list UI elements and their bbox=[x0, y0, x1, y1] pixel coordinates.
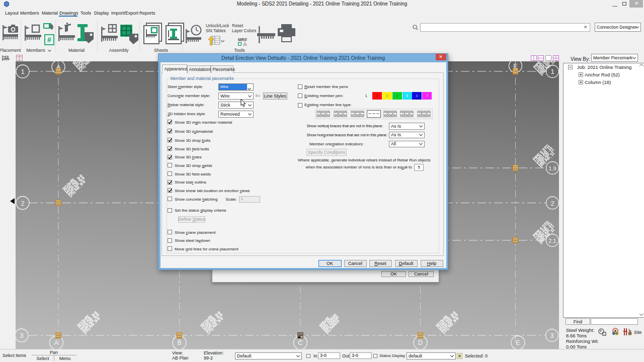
svg-text:C: C bbox=[298, 339, 302, 346]
svg-text:1: 1 bbox=[21, 68, 24, 75]
svg-text:D: D bbox=[418, 339, 423, 346]
svg-text:1: 1 bbox=[550, 68, 554, 75]
svg-text:2: 2 bbox=[21, 200, 24, 207]
svg-text:E: E bbox=[516, 339, 520, 346]
svg-text:2.1: 2.1 bbox=[548, 238, 556, 244]
svg-text:1.9: 1.9 bbox=[548, 165, 556, 171]
svg-text:3: 3 bbox=[550, 332, 553, 339]
svg-text:#: # bbox=[47, 36, 51, 44]
svg-text:3: 3 bbox=[20, 332, 23, 339]
svg-text:2: 2 bbox=[550, 200, 554, 207]
svg-text:A: A bbox=[54, 339, 59, 346]
svg-text:B: B bbox=[177, 339, 182, 346]
